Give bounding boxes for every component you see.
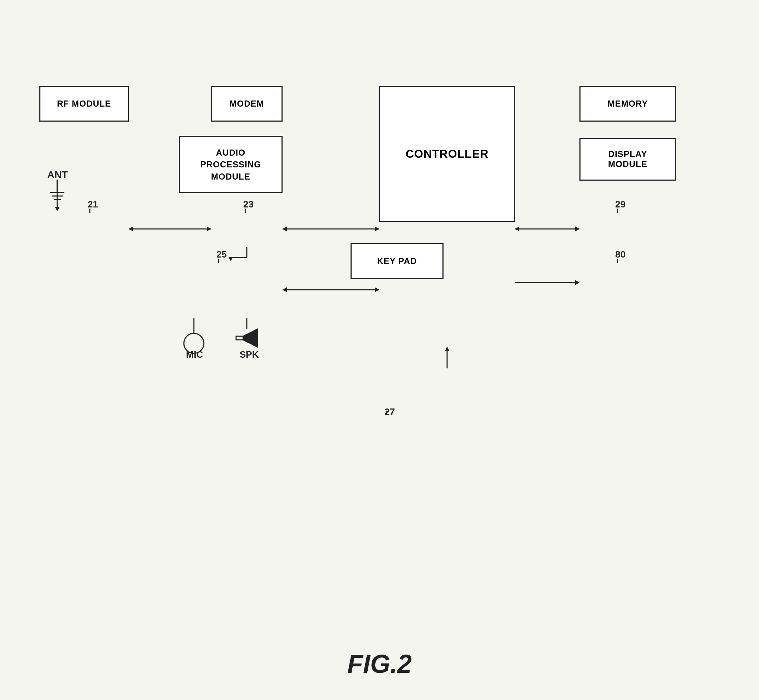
ref27-label: 27 [384,406,395,417]
svg-marker-8 [207,227,211,231]
spk-label: SPK [240,349,259,360]
svg-marker-13 [283,227,287,231]
svg-rect-32 [236,336,243,340]
svg-marker-12 [375,227,379,231]
svg-marker-5 [55,207,60,211]
svg-marker-18 [515,227,519,231]
rf-module-block: RF MODULE [39,86,129,122]
audio-processing-block: AUDIO PROCESSING MODULE [179,136,283,193]
mic-label: MIC [186,349,203,360]
controller-block: CONTROLLER [379,86,515,222]
ant-label: ANT [47,169,68,180]
svg-marker-25 [228,257,233,261]
memory-block: MEMORY [579,86,676,122]
figure-caption: FIG.2 [0,649,759,678]
svg-marker-9 [129,227,133,231]
ref23-label: 23 [243,199,254,209]
ref21-label: 21 [87,199,98,209]
svg-marker-17 [575,227,579,231]
svg-point-29 [184,333,204,353]
ref25-label: 25 [216,249,227,260]
display-module-block: DISPLAY MODULE [579,138,676,181]
diagram-container: ANT 21 23 10 [22,29,737,672]
svg-marker-28 [283,287,287,292]
ref29-label: 29 [615,199,626,209]
svg-marker-27 [375,287,379,292]
svg-marker-21 [575,280,579,285]
modem-block: MODEM [211,86,283,122]
ref80-label: 80 [615,249,626,260]
svg-marker-36 [445,347,450,351]
svg-marker-31 [243,329,258,347]
key-pad-block: KEY PAD [351,243,444,279]
